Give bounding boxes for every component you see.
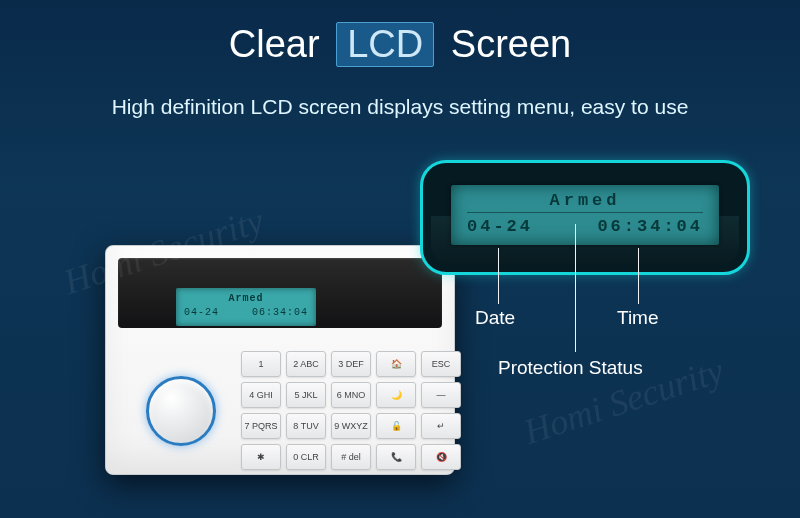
keypad-key: 🌙: [376, 382, 416, 408]
pointer-line-time: [638, 248, 639, 304]
keypad-key: 2 ABC: [286, 351, 326, 377]
small-lcd-status: Armed: [184, 292, 308, 306]
keypad-key: 9 WXYZ: [331, 413, 371, 439]
keypad-key: 6 MNO: [331, 382, 371, 408]
callout-lcd-date: 04-24: [467, 217, 533, 236]
keypad-key: 📞: [376, 444, 416, 470]
callout-lcd-status: Armed: [467, 191, 703, 210]
keypad-key: ✱: [241, 444, 281, 470]
callout-lcd: Armed 04-24 06:34:04: [451, 185, 719, 245]
pointer-line-status: [575, 224, 576, 352]
device-keypad: 12 ABC3 DEF🏠ESC4 GHI5 JKL6 MNO🌙—7 PQRS8 …: [241, 351, 461, 470]
label-date: Date: [475, 307, 515, 329]
page-title: Clear LCD Screen: [229, 22, 571, 67]
keypad-key: 🏠: [376, 351, 416, 377]
keypad-key: 3 DEF: [331, 351, 371, 377]
title-highlight-box: LCD: [336, 22, 434, 67]
small-lcd-time: 06:34:04: [252, 306, 308, 320]
subtitle: High definition LCD screen displays sett…: [0, 95, 800, 119]
keypad-key: —: [421, 382, 461, 408]
alarm-keypad-device: Armed 04-24 06:34:04 12 ABC3 DEF🏠ESC4 GH…: [105, 245, 455, 475]
keypad-key: # del: [331, 444, 371, 470]
keypad-key: 🔇: [421, 444, 461, 470]
keypad-key: ESC: [421, 351, 461, 377]
small-lcd-date: 04-24: [184, 306, 219, 320]
keypad-key: 1: [241, 351, 281, 377]
device-top-bezel: Armed 04-24 06:34:04: [118, 258, 442, 328]
keypad-key: 8 TUV: [286, 413, 326, 439]
keypad-key: 🔓: [376, 413, 416, 439]
device-dial-ring: [146, 376, 216, 446]
label-time: Time: [617, 307, 659, 329]
keypad-key: 7 PQRS: [241, 413, 281, 439]
device-lcd-small: Armed 04-24 06:34:04: [176, 288, 316, 326]
callout-lcd-time: 06:34:04: [597, 217, 703, 236]
title-prefix: Clear: [229, 23, 320, 65]
keypad-key: 5 JKL: [286, 382, 326, 408]
title-suffix: Screen: [451, 23, 571, 65]
lcd-callout-bubble: Armed 04-24 06:34:04: [420, 160, 750, 275]
keypad-key: 4 GHI: [241, 382, 281, 408]
keypad-key: ↵: [421, 413, 461, 439]
pointer-line-date: [498, 248, 499, 304]
keypad-key: 0 CLR: [286, 444, 326, 470]
label-status: Protection Status: [498, 357, 643, 379]
